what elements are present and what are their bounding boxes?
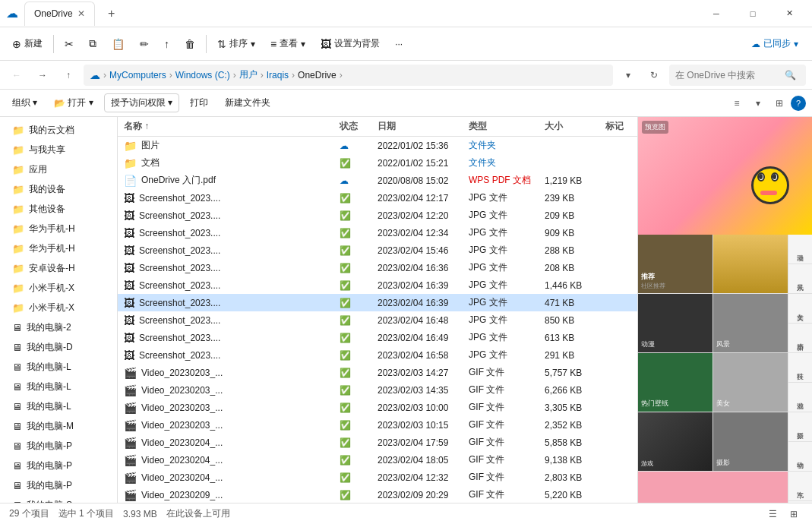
sidebar-item-pc-2[interactable]: 🖥 我的电脑-2 (3, 318, 114, 337)
col-date[interactable]: 日期 (371, 117, 463, 137)
tab-close-button[interactable]: ✕ (77, 8, 85, 19)
thumb-recommend[interactable]: 推荐 社区推荐 (638, 235, 712, 293)
thumb-photography[interactable]: 摄影 (713, 412, 788, 471)
table-row[interactable]: 🖼 Screenshot_2023.... ✅ 2023/02/04 12:20… (118, 207, 637, 224)
table-row[interactable]: 🎬 Video_20230203_... ✅ 2023/02/03 10:15 … (118, 416, 637, 434)
sidebar-item-pc-m[interactable]: 🖥 我的电脑-M (3, 417, 114, 436)
breadcrumb-users[interactable]: 用户 (239, 68, 258, 81)
table-row[interactable]: 🖼 Screenshot_2023.... ✅ 2023/02/04 16:39… (118, 276, 637, 294)
sidebar-item-android[interactable]: 📁 安卓设备-H (3, 259, 114, 278)
cut-button[interactable]: ✂ (58, 35, 80, 53)
sidebar-item-my-device[interactable]: 📁 我的设备 (3, 180, 114, 199)
side-label-photo[interactable]: 摄影 (788, 412, 812, 442)
back-button[interactable]: ← (6, 65, 27, 86)
side-label-beauty[interactable]: 美女 (788, 294, 812, 324)
table-row[interactable]: 📁 文档 ✅ 2022/01/02 15:21 文件夹 (118, 154, 637, 172)
breadcrumb-mycomputers[interactable]: MyComputers (109, 70, 166, 80)
list-view-button[interactable]: ≡ (727, 93, 747, 113)
sidebar-item-pc-p2[interactable]: 🖥 我的电脑-P (3, 456, 114, 475)
sidebar-item-pc-l2[interactable]: 🖥 我的电脑-L (3, 377, 114, 396)
side-label-small-fresh[interactable]: 小清新 (788, 324, 812, 353)
table-row[interactable]: 🎬 Video_20230203_... ✅ 2023/02/03 14:35 … (118, 381, 637, 399)
col-type[interactable]: 类型 (463, 117, 539, 137)
table-row[interactable]: 🎬 Video_20230204_... ✅ 2023/02/04 17:59 … (118, 434, 637, 451)
detail-view-button[interactable]: ▾ (748, 93, 768, 113)
more-button[interactable]: ··· (389, 36, 409, 52)
table-row[interactable]: 🎬 Video_20230204_... ✅ 2023/02/04 12:32 … (118, 469, 637, 486)
sidebar-item-pc-p3[interactable]: 🖥 我的电脑-P (3, 476, 114, 495)
table-row[interactable]: 🎬 Video_20230203_... ✅ 2023/02/03 14:27 … (118, 364, 637, 381)
copy-button[interactable]: ⧉ (83, 34, 103, 53)
paste-button[interactable]: 📋 (106, 35, 131, 53)
sidebar-item-pc-l3[interactable]: 🖥 我的电脑-L (3, 397, 114, 416)
search-input[interactable] (675, 70, 782, 80)
maximize-button[interactable]: □ (736, 2, 769, 26)
table-row[interactable]: 🖼 Screenshot_2023.... ✅ 2023/02/04 15:46… (118, 241, 637, 259)
sidebar-item-huawei-2[interactable]: 📁 华为手机-H (3, 239, 114, 258)
minimize-button[interactable]: ─ (700, 2, 733, 26)
new-folder-button[interactable]: 新建文件夹 (219, 94, 276, 112)
thumb-dark-anime[interactable]: 游戏 (638, 412, 712, 471)
up-button[interactable]: ↑ (58, 65, 79, 86)
side-label-scenery[interactable]: 风景 (788, 264, 812, 294)
dropdown-button[interactable]: ▾ (618, 65, 639, 86)
access-button[interactable]: 授予访问权限 ▾ (104, 93, 179, 112)
refresh-button[interactable]: ↻ (643, 65, 665, 86)
breadcrumb-windows[interactable]: Windows (C:) (175, 70, 230, 80)
sidebar-item-pc-p1[interactable]: 🖥 我的电脑-P (3, 437, 114, 456)
organize-button[interactable]: 组织 ▾ (6, 94, 43, 112)
table-row[interactable]: 🖼 Screenshot_2023.... ✅ 2023/02/04 12:17… (118, 189, 637, 207)
breadcrumb-iraqis[interactable]: Iraqis (267, 70, 289, 80)
sidebar-item-shared[interactable]: 📁 与我共享 (3, 140, 114, 159)
set-bg-button[interactable]: 🖼 设置为背景 (314, 34, 386, 53)
col-size[interactable]: 大小 (539, 117, 599, 137)
side-label-anime[interactable]: 动漫 (788, 235, 812, 264)
col-tags[interactable]: 标记 (599, 117, 637, 137)
sidebar-item-xiaomi-1[interactable]: 📁 小米手机-X (3, 279, 114, 298)
sidebar-item-pc-d[interactable]: 🖥 我的电脑-D (3, 338, 114, 357)
delete-button[interactable]: 🗑 (179, 35, 201, 53)
grid-view-button[interactable]: ⊞ (769, 93, 789, 113)
thumb-anime[interactable]: 动漫 (638, 294, 712, 352)
open-button[interactable]: 📂 打开 ▾ (48, 94, 99, 112)
table-row[interactable]: 🎬 Video_20230209_... ✅ 2023/02/09 20:29 … (118, 486, 637, 503)
table-row[interactable]: 🎬 Video_20230203_... ✅ 2023/02/03 10:00 … (118, 399, 637, 416)
table-row[interactable]: 🖼 Screenshot_2023.... ✅ 2023/02/04 16:58… (118, 346, 637, 364)
sidebar-item-apps[interactable]: 📁 应用 (3, 160, 114, 179)
col-name[interactable]: 名称 ↑ (118, 117, 333, 137)
view-button[interactable]: ≡ 查看 ▾ (264, 34, 311, 53)
thumb-pink-anime[interactable]: 赤恒何 (638, 472, 788, 503)
table-row[interactable]: 🖼 Screenshot_2023.... ✅ 2023/02/04 16:48… (118, 311, 637, 329)
thumb-scenery[interactable]: 风景 (713, 294, 788, 352)
table-row[interactable]: 🖼 Screenshot_2023.... ✅ 2023/02/04 12:34… (118, 224, 637, 241)
sidebar-item-huawei-1[interactable]: 📁 华为手机-H (3, 219, 114, 238)
sidebar-item-pc-s[interactable]: 🖥 我的电脑-S (3, 496, 114, 503)
sidebar-item-cloud-docs[interactable]: 📁 我的云文档 (3, 121, 114, 140)
side-label-tech[interactable]: 科技 (788, 353, 812, 383)
close-button[interactable]: ✕ (773, 2, 806, 26)
table-row[interactable]: 📁 图片 ☁ 2022/01/02 15:36 文件夹 (118, 137, 637, 155)
side-label-sports[interactable]: 体育 (788, 501, 812, 503)
sidebar-item-pc-l1[interactable]: 🖥 我的电脑-L (3, 358, 114, 377)
print-button[interactable]: 打印 (184, 94, 214, 112)
list-view-toggle[interactable]: ☰ (763, 505, 782, 523)
sidebar-item-xiaomi-2[interactable]: 📁 小米手机-X (3, 298, 114, 317)
table-row[interactable]: 🎬 Video_20230204_... ✅ 2023/02/04 18:05 … (118, 451, 637, 469)
help-button[interactable]: ? (791, 96, 806, 111)
table-row[interactable]: 🖼 Screenshot_2023.... ✅ 2023/02/04 16:36… (118, 259, 637, 276)
rename-button[interactable]: ✏ (134, 35, 155, 53)
active-tab[interactable]: OneDrive ✕ (24, 2, 95, 26)
table-row[interactable]: 📄 OneDrive 入门.pdf ☁ 2020/08/08 15:02 WPS… (118, 172, 637, 189)
new-tab-button[interactable]: + (101, 3, 122, 24)
thumb-beauty[interactable]: 美女 (713, 353, 788, 412)
side-label-car[interactable]: 汽车 (788, 472, 812, 501)
share-button[interactable]: ↑ (158, 35, 175, 53)
forward-button[interactable]: → (32, 65, 53, 86)
sidebar-item-other-devices[interactable]: 📁 其他设备 (3, 200, 114, 219)
col-status[interactable]: 状态 (333, 117, 371, 137)
side-label-animal[interactable]: 动物 (788, 442, 812, 472)
sync-button[interactable]: ☁ 已同步 ▾ (744, 34, 806, 53)
new-button[interactable]: ⊕ 新建 (6, 34, 49, 53)
table-row[interactable]: 🖼 Screenshot_2023.... ✅ 2023/02/04 16:39… (118, 294, 637, 311)
thumb-hot[interactable]: 热门壁纸 (638, 353, 712, 412)
